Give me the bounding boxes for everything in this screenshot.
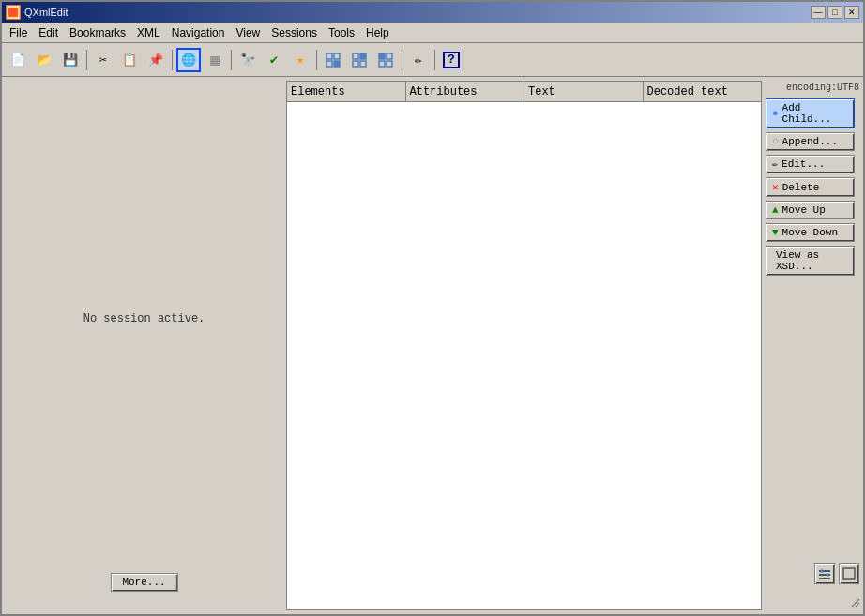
svg-rect-22 (843, 568, 855, 579)
svg-rect-12 (360, 61, 366, 67)
svg-rect-15 (379, 61, 385, 67)
titlebar-left: QXmlEdit (6, 5, 68, 20)
encoding-label: encoding:UTF8 (766, 81, 859, 95)
svg-rect-6 (334, 53, 340, 59)
menu-help[interactable]: Help (360, 24, 395, 41)
more-button[interactable]: More... (110, 573, 177, 592)
svg-line-23 (852, 599, 859, 607)
main-area: No session active. More... Elements Attr… (2, 77, 863, 614)
svg-rect-0 (8, 7, 19, 18)
titlebar: QXmlEdit — □ ✕ (2, 2, 863, 23)
menu-sessions[interactable]: Sessions (266, 24, 323, 41)
settings-icon-button[interactable] (814, 563, 835, 584)
browser-button[interactable] (176, 48, 201, 72)
window-controls: — □ ✕ (811, 6, 859, 19)
right-panel: encoding:UTF8 ● Add Child... ○ Append...… (766, 81, 859, 610)
delete-button[interactable]: ✕ Delete (766, 177, 855, 197)
col-elements: Elements (287, 82, 406, 101)
col-text: Text (524, 82, 644, 101)
svg-rect-14 (387, 53, 392, 59)
svg-rect-16 (387, 61, 392, 67)
star-button[interactable] (288, 48, 312, 72)
edit-button[interactable]: ✏ Edit... (766, 155, 855, 173)
menu-file[interactable]: File (4, 24, 33, 41)
toolbar: ? (2, 43, 863, 77)
minimize-button[interactable]: — (811, 6, 826, 19)
svg-rect-7 (326, 61, 332, 67)
xml-tree-panel: Elements Attributes Text Decoded text (286, 81, 762, 610)
check-button[interactable] (262, 48, 286, 72)
edit-icon: ✏ (772, 158, 778, 170)
svg-rect-20 (821, 569, 823, 573)
new-button[interactable] (6, 48, 30, 72)
move-down-button[interactable]: ▼ Move Down (766, 223, 855, 242)
move-up-icon: ▲ (772, 204, 779, 216)
append-button[interactable]: ○ Append... (766, 132, 855, 151)
edit-pencil-button[interactable] (406, 48, 431, 72)
move-up-button[interactable]: ▲ Move Up (766, 201, 855, 219)
toolbar-sep-6 (434, 50, 435, 70)
menu-view[interactable]: View (230, 24, 266, 41)
app-icon (6, 5, 21, 20)
bottom-icons (814, 563, 859, 584)
add-child-button[interactable]: ● Add Child... (766, 98, 855, 128)
svg-rect-19 (819, 578, 830, 579)
no-session-label: No session active. (83, 312, 205, 325)
app-title: QXmlEdit (24, 7, 68, 18)
svg-rect-10 (360, 53, 366, 59)
toolbar-sep-1 (86, 50, 87, 70)
collapse-button[interactable] (347, 48, 372, 72)
svg-line-24 (856, 603, 859, 607)
append-icon: ○ (772, 136, 779, 147)
maximize-button[interactable]: □ (827, 6, 842, 19)
grid-button[interactable] (203, 48, 227, 72)
binoculars-button[interactable] (235, 48, 260, 72)
copy-button[interactable] (117, 48, 142, 72)
svg-rect-5 (326, 53, 332, 59)
toolbar-sep-3 (231, 50, 232, 70)
table-body[interactable] (287, 102, 761, 609)
col-attributes: Attributes (406, 82, 525, 101)
menu-navigation[interactable]: Navigation (166, 24, 231, 41)
menu-tools[interactable]: Tools (323, 24, 360, 41)
help-button[interactable]: ? (439, 48, 463, 72)
resize-handle[interactable] (850, 597, 861, 612)
svg-rect-11 (353, 61, 358, 67)
menu-xml[interactable]: XML (131, 24, 166, 41)
toolbar-sep-2 (172, 50, 173, 70)
left-panel: No session active. More... (6, 81, 282, 610)
svg-rect-17 (819, 570, 830, 572)
cut-button[interactable] (91, 48, 115, 72)
table-header: Elements Attributes Text Decoded text (287, 82, 761, 102)
svg-rect-8 (334, 61, 340, 67)
move-down-icon: ▼ (772, 227, 779, 238)
menu-bookmarks[interactable]: Bookmarks (64, 24, 131, 41)
collapse-all-button[interactable] (373, 48, 398, 72)
toolbar-sep-5 (402, 50, 402, 70)
paste-button[interactable] (144, 48, 168, 72)
col-decoded-text: Decoded text (644, 82, 762, 101)
svg-rect-21 (827, 573, 828, 577)
view-icon-button[interactable] (839, 563, 859, 584)
svg-rect-9 (353, 53, 358, 59)
save-button[interactable] (58, 48, 83, 72)
delete-icon: ✕ (772, 181, 779, 193)
view-xsd-button[interactable]: View as XSD... (766, 246, 855, 276)
close-button[interactable]: ✕ (844, 6, 859, 19)
svg-rect-13 (379, 53, 385, 59)
svg-rect-18 (819, 574, 830, 576)
menu-edit[interactable]: Edit (33, 24, 64, 41)
open-button[interactable] (32, 48, 56, 72)
expand-button[interactable] (321, 48, 345, 72)
add-child-icon: ● (772, 108, 779, 119)
menubar: File Edit Bookmarks XML Navigation View … (2, 23, 863, 43)
toolbar-sep-4 (316, 50, 317, 70)
